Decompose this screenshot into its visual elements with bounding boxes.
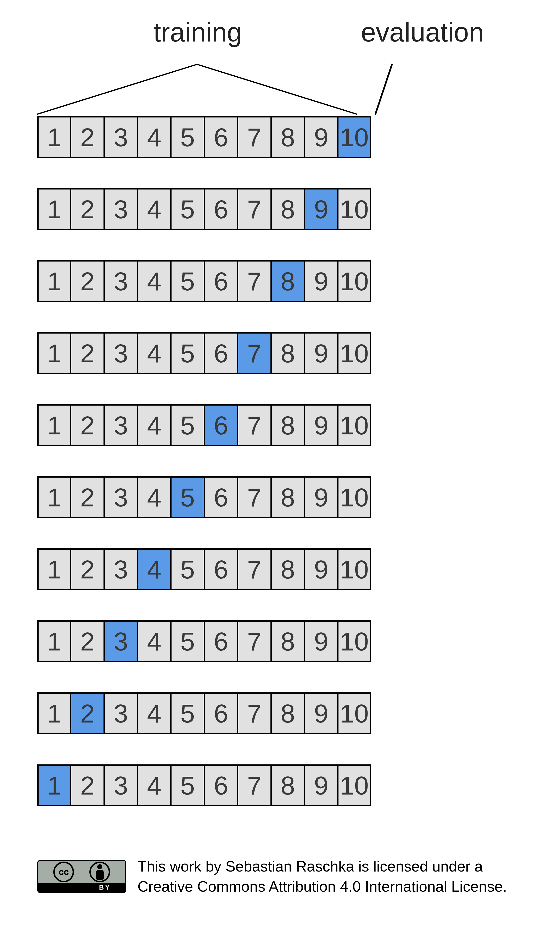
fold-cell: 8 — [271, 188, 305, 230]
fold-cell: 5 — [171, 549, 204, 590]
fold-cell: 6 — [204, 188, 238, 230]
fold-cell: 3 — [104, 332, 137, 374]
fold-cell-eval: 9 — [305, 188, 338, 230]
fold-cell: 3 — [104, 764, 137, 806]
training-label: training — [154, 17, 242, 48]
fold-cell: 3 — [104, 549, 137, 590]
fold-cell-eval: 8 — [271, 260, 305, 302]
cc-badge-by-text: BY — [99, 883, 111, 891]
fold-rows-container: 1234567891012345678910123456789101234567… — [37, 116, 523, 806]
fold-cell: 2 — [71, 764, 104, 806]
fold-cell: 6 — [204, 116, 238, 158]
fold-cell: 6 — [204, 476, 238, 518]
license-text: This work by Sebastian Raschka is licens… — [137, 856, 507, 897]
fold-cell: 8 — [271, 764, 305, 806]
fold-cell: 3 — [104, 116, 137, 158]
fold-cell: 10 — [338, 404, 371, 446]
fold-cell: 4 — [137, 764, 171, 806]
fold-cell: 8 — [271, 116, 305, 158]
fold-cell: 8 — [271, 404, 305, 446]
fold-cell: 5 — [171, 332, 204, 374]
fold-cell: 7 — [238, 188, 271, 230]
fold-cell: 9 — [305, 549, 338, 590]
fold-cell: 1 — [37, 188, 71, 230]
cc-icon-text: cc — [59, 867, 69, 877]
fold-cell: 5 — [171, 620, 204, 662]
fold-cell-eval: 6 — [204, 404, 238, 446]
fold-row: 12345678910 — [37, 188, 523, 230]
fold-cell: 6 — [204, 692, 238, 734]
fold-cell: 1 — [37, 332, 71, 374]
fold-cell: 8 — [271, 332, 305, 374]
fold-row: 12345678910 — [37, 620, 523, 662]
cc-badge-bottom: BY — [38, 883, 125, 892]
brace-svg — [31, 52, 413, 116]
by-icon — [89, 862, 110, 882]
fold-row: 12345678910 — [37, 549, 523, 590]
fold-cell: 4 — [137, 620, 171, 662]
fold-cell: 3 — [104, 692, 137, 734]
fold-cell-eval: 4 — [137, 549, 171, 590]
fold-cell: 6 — [204, 764, 238, 806]
fold-cell: 7 — [238, 260, 271, 302]
fold-row: 12345678910 — [37, 692, 523, 734]
fold-cell: 3 — [104, 260, 137, 302]
fold-cell: 4 — [137, 692, 171, 734]
fold-cell: 2 — [71, 620, 104, 662]
fold-cell: 10 — [338, 188, 371, 230]
fold-cell: 4 — [137, 476, 171, 518]
fold-cell: 5 — [171, 116, 204, 158]
fold-cell: 1 — [37, 549, 71, 590]
fold-cell: 6 — [204, 260, 238, 302]
fold-cell-eval: 1 — [37, 764, 71, 806]
fold-cell: 9 — [305, 692, 338, 734]
fold-cell: 7 — [238, 404, 271, 446]
fold-cell: 4 — [137, 404, 171, 446]
cc-badge-icons: cc — [38, 861, 125, 883]
diagram-page: training evaluation 12345678910123456789… — [0, 0, 560, 934]
fold-cell: 7 — [238, 692, 271, 734]
fold-row: 12345678910 — [37, 476, 523, 518]
license-line-2: Creative Commons Attribution 4.0 Interna… — [137, 877, 507, 897]
fold-cell: 8 — [271, 549, 305, 590]
fold-cell: 4 — [137, 116, 171, 158]
fold-cell: 7 — [238, 116, 271, 158]
fold-cell: 3 — [104, 404, 137, 446]
fold-row: 12345678910 — [37, 260, 523, 302]
fold-cell: 6 — [204, 620, 238, 662]
fold-cell: 1 — [37, 620, 71, 662]
fold-cell: 9 — [305, 404, 338, 446]
fold-cell: 10 — [338, 692, 371, 734]
fold-cell: 2 — [71, 116, 104, 158]
fold-cell: 9 — [305, 476, 338, 518]
fold-cell: 10 — [338, 476, 371, 518]
fold-cell: 2 — [71, 404, 104, 446]
license-line-1: This work by Sebastian Raschka is licens… — [137, 856, 507, 877]
fold-cell: 6 — [204, 332, 238, 374]
fold-cell: 9 — [305, 764, 338, 806]
cc-by-badge: cc BY — [37, 860, 126, 893]
fold-cell: 8 — [271, 476, 305, 518]
fold-cell: 2 — [71, 549, 104, 590]
fold-cell: 7 — [238, 476, 271, 518]
fold-cell: 10 — [338, 620, 371, 662]
fold-cell: 8 — [271, 620, 305, 662]
fold-cell: 3 — [104, 188, 137, 230]
fold-cell: 7 — [238, 620, 271, 662]
fold-cell: 9 — [305, 332, 338, 374]
fold-cell: 5 — [171, 692, 204, 734]
fold-cell: 2 — [71, 260, 104, 302]
fold-cell: 3 — [104, 476, 137, 518]
fold-cell-eval: 3 — [104, 620, 137, 662]
fold-cell: 10 — [338, 764, 371, 806]
fold-cell: 7 — [238, 764, 271, 806]
fold-cell: 4 — [137, 188, 171, 230]
cc-icon: cc — [53, 862, 74, 882]
fold-cell: 5 — [171, 764, 204, 806]
fold-cell-eval: 5 — [171, 476, 204, 518]
fold-cell: 5 — [171, 188, 204, 230]
fold-cell: 1 — [37, 116, 71, 158]
fold-row: 12345678910 — [37, 764, 523, 806]
fold-cell: 10 — [338, 260, 371, 302]
footer: cc BY This work by Sebastian Raschka is … — [37, 856, 507, 897]
